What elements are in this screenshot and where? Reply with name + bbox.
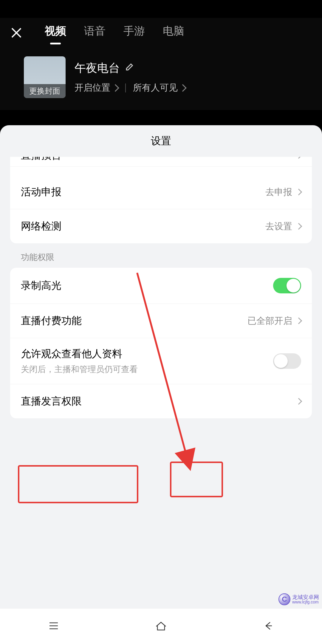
row-text: 允许观众查看他人资料 关闭后，主播和管理员仍可查看 (21, 347, 138, 375)
tab-pc[interactable]: 电脑 (163, 24, 184, 41)
chevron-right-icon (295, 157, 302, 159)
row-label: 网络检测 (21, 219, 61, 233)
tab-voice[interactable]: 语音 (84, 24, 106, 41)
tab-list: 视频 语音 手游 电脑 (45, 24, 184, 41)
tab-mobile-game[interactable]: 手游 (123, 24, 145, 41)
change-cover-label: 更换封面 (24, 84, 66, 98)
row-label: 直播付费功能 (21, 314, 82, 328)
row-sublabel: 关闭后，主播和管理员仍可查看 (21, 364, 138, 375)
row-label: 录制高光 (21, 279, 61, 292)
visibility-label: 所有人可见 (133, 82, 178, 94)
row-right: 已全部开启 (247, 315, 301, 327)
chevron-right-icon (112, 84, 119, 92)
tab-video[interactable]: 视频 (45, 24, 66, 41)
chevron-right-icon (179, 84, 186, 92)
settings-group-1: 直播预告 活动申报 去申报 网络检测 去设置 (10, 157, 312, 243)
room-title: 午夜电台 (75, 61, 120, 76)
row-action: 去申报 (265, 186, 292, 198)
annotation-box-left (18, 465, 138, 503)
row-activity-report[interactable]: 活动申报 去申报 (10, 175, 312, 209)
sheet-title: 设置 (0, 125, 322, 157)
top-tabs-row: 视频 语音 手游 电脑 (0, 18, 322, 50)
row-right: 去设置 (265, 220, 301, 233)
row-network-check[interactable]: 网络检测 去设置 (10, 209, 312, 243)
row-live-preview[interactable]: 直播预告 (10, 157, 312, 167)
toggle-viewer-profile[interactable] (273, 353, 301, 369)
watermark: C 龙城安卓网 www.lcjfg.com (278, 593, 319, 605)
watermark-text-block: 龙城安卓网 www.lcjfg.com (292, 595, 319, 604)
visibility-button[interactable]: 所有人可见 (133, 82, 185, 94)
row-label: 直播发言权限 (21, 394, 82, 408)
enable-location-label: 开启位置 (75, 82, 110, 94)
watermark-brand: 龙城安卓网 (292, 595, 319, 600)
cover-image[interactable]: 更换封面 (24, 56, 66, 98)
nav-menu-icon[interactable] (47, 619, 61, 634)
section-permissions-label: 功能权限 (0, 243, 322, 268)
chevron-right-icon (295, 223, 302, 230)
chevron-right-icon (295, 189, 302, 196)
divider (125, 83, 126, 92)
close-icon[interactable] (9, 25, 24, 40)
row-right (296, 399, 301, 404)
row-action: 去设置 (265, 220, 292, 233)
svg-line-2 (137, 273, 188, 461)
row-right (296, 157, 301, 158)
row-label: 活动申报 (21, 185, 61, 199)
edit-title-icon[interactable] (125, 62, 134, 75)
row-label: 直播预告 (21, 157, 61, 162)
toggle-record-highlight[interactable] (273, 278, 301, 293)
nav-back-icon[interactable] (261, 619, 275, 634)
row-label: 允许观众查看他人资料 (21, 347, 138, 361)
room-info: 更换封面 午夜电台 开启位置 所有人可见 (0, 50, 322, 110)
watermark-url: www.lcjfg.com (292, 600, 319, 604)
watermark-logo: C (278, 593, 290, 605)
annotation-arrow (131, 270, 197, 467)
room-title-row: 午夜电台 (75, 61, 185, 76)
row-status: 已全部开启 (247, 315, 292, 327)
system-nav-bar (0, 608, 322, 644)
enable-location-button[interactable]: 开启位置 (75, 82, 118, 94)
row-right: 去申报 (265, 186, 301, 198)
settings-sheet: 设置 直播预告 活动申报 去申报 网络检测 去设置 功能权限 录制高光 (0, 125, 322, 644)
chevron-right-icon (295, 398, 302, 405)
status-bar-spacer (0, 0, 322, 18)
room-links: 开启位置 所有人可见 (75, 82, 185, 94)
annotation-box-right (170, 462, 223, 497)
chevron-right-icon (295, 318, 302, 324)
nav-home-icon[interactable] (154, 619, 168, 634)
room-meta: 午夜电台 开启位置 所有人可见 (75, 56, 185, 98)
